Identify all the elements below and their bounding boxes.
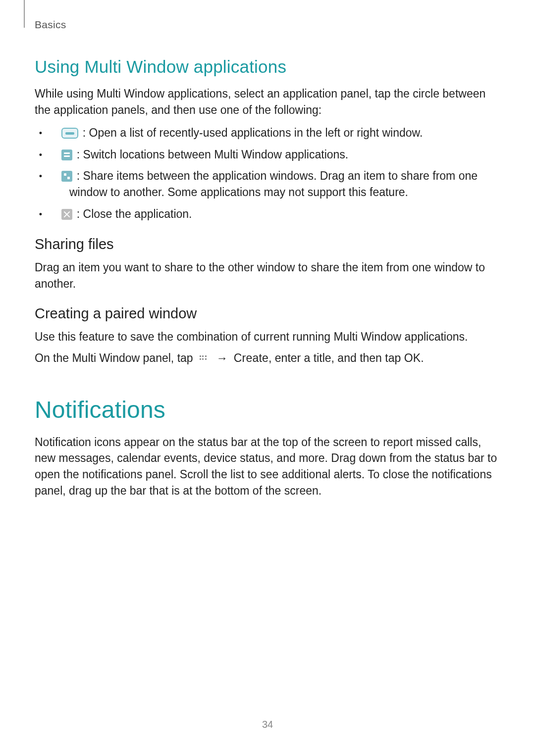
paired-body-mid: , enter a title, and then tap [268, 352, 404, 364]
page-content: Using Multi Window applications While us… [35, 57, 500, 499]
notifications-body: Notification icons appear on the status … [35, 434, 500, 499]
heading-using-multiwindow: Using Multi Window applications [35, 57, 500, 77]
bullet-recent-apps: • : Open a list of recently-used applica… [35, 125, 500, 141]
recent-apps-icon [61, 128, 78, 139]
paired-body-post: . [421, 352, 424, 364]
heading-paired-window: Creating a paired window [35, 305, 500, 322]
share-items-icon [61, 171, 72, 182]
page-number: 34 [0, 719, 535, 730]
heading-sharing-files: Sharing files [35, 236, 500, 252]
bullet-dot: • [49, 170, 54, 183]
heading-notifications: Notifications [35, 396, 500, 423]
bullet-dot: • [49, 208, 54, 221]
sharing-files-body: Drag an item you want to share to the ot… [35, 259, 500, 292]
close-app-icon [61, 209, 72, 220]
bullet-dot: • [49, 127, 54, 140]
drag-handle-icon [196, 354, 211, 363]
bullet-close-app: • : Close the application. [35, 206, 500, 222]
paired-window-body1: Use this feature to save the combination… [35, 329, 500, 345]
header-divider [24, 0, 25, 28]
paired-body-pre: On the Multi Window panel, tap [35, 352, 196, 364]
create-label: Create [234, 352, 268, 364]
bullet-text: : Open a list of recently-used applicati… [83, 126, 423, 139]
paired-window-body2: On the Multi Window panel, tap → Create,… [35, 350, 500, 366]
bullet-text: : Switch locations between Multi Window … [77, 148, 348, 161]
icon-bullet-list: • : Open a list of recently-used applica… [35, 125, 500, 222]
bullet-text: : Share items between the application wi… [69, 169, 478, 199]
ok-label: OK [404, 352, 421, 364]
arrow-icon: → [216, 352, 227, 364]
swap-windows-icon [61, 150, 72, 160]
bullet-dot: • [49, 149, 54, 161]
bullet-text: : Close the application. [77, 207, 192, 220]
section-breadcrumb: Basics [35, 19, 66, 31]
bullet-share-items: • : Share items between the application … [35, 168, 500, 201]
bullet-switch-locations: • : Switch locations between Multi Windo… [35, 147, 500, 163]
intro-paragraph: While using Multi Window applications, s… [35, 86, 500, 118]
